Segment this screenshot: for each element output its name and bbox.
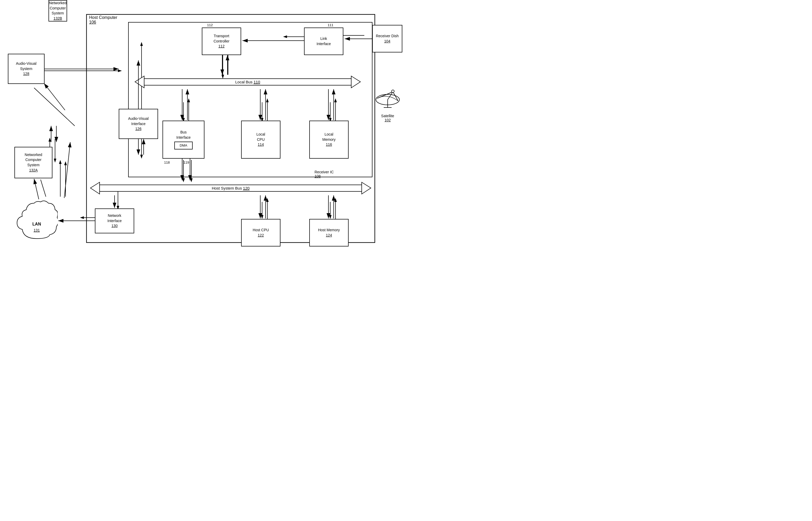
local-cpu-box: LocalCPU 114 (241, 121, 280, 159)
svg-marker-54 (118, 69, 122, 72)
dma-box: DMA (174, 142, 193, 150)
local-memory-box: LocalMemory 116 (309, 121, 349, 159)
link-interface-box: LinkInterface (304, 27, 343, 55)
host-memory-box: Host Memory 124 (309, 219, 349, 247)
svg-line-99 (34, 179, 39, 199)
li-num-label: 111 (328, 23, 333, 27)
audio-visual-system-box: Audio-VisualSystem 128 (8, 54, 45, 84)
svg-marker-15 (187, 98, 190, 102)
receiver-dish-box: Receiver Dish 104 (372, 25, 402, 52)
svg-marker-63 (362, 182, 371, 194)
svg-marker-39 (140, 155, 143, 159)
host-computer-label: Host Computer 106 (89, 15, 117, 25)
tc-num-label: 112 (207, 23, 213, 27)
bus-interface-num: 118 (164, 160, 170, 164)
svg-marker-51 (54, 159, 56, 163)
svg-text:Local Bus 110: Local Bus 110 (235, 80, 260, 84)
networked-computer-132a-box: NetworkedComputerSystem 132A (15, 147, 52, 178)
svg-marker-33 (329, 215, 331, 219)
transport-controller-box: TransportController 112 (202, 27, 241, 55)
host-cpu-box: Host CPU 122 (241, 219, 280, 247)
svg-marker-7 (283, 36, 287, 38)
svg-line-52 (34, 88, 75, 126)
svg-text:Host System Bus 120: Host System Bus 120 (212, 186, 250, 190)
svg-line-46 (41, 180, 46, 197)
svg-marker-62 (90, 182, 100, 194)
diagram: Host Computer 106 Receiver IC 108 Receiv… (0, 0, 406, 260)
svg-marker-56 (64, 161, 67, 165)
svg-marker-31 (266, 198, 269, 202)
svg-marker-45 (59, 160, 62, 164)
svg-marker-19 (266, 98, 269, 102)
svg-marker-29 (261, 215, 263, 219)
svg-marker-59 (351, 76, 361, 88)
svg-marker-23 (334, 98, 337, 102)
bus-interface-box: BusInterface DMA (163, 121, 205, 159)
svg-marker-35 (334, 198, 337, 202)
local-bus-container: Local Bus 110 (134, 75, 362, 89)
satellite-illustration: Satellite 102 (372, 81, 403, 113)
network-interface-box: NetworkInterface 130 (95, 208, 134, 233)
receiver-ic-label: Receiver IC 108 (315, 170, 334, 178)
lan-cloud: LAN 131 (16, 198, 58, 243)
svg-marker-41 (80, 216, 84, 219)
networked-computer-132b-box: NetworkedComputerSystem 132B (48, 0, 67, 22)
svg-text:131: 131 (33, 228, 40, 232)
svg-point-71 (392, 90, 394, 93)
svg-marker-58 (135, 76, 144, 88)
svg-marker-49 (48, 138, 51, 142)
svg-line-98 (64, 142, 70, 198)
svg-text:LAN: LAN (32, 222, 41, 226)
host-system-bus-container: Host System Bus 120 (89, 181, 372, 195)
svg-line-102 (44, 83, 65, 110)
svg-marker-37 (140, 42, 143, 46)
audio-visual-interface-box: Audio-VisualInterface 126 (119, 109, 158, 139)
num-119: 119 (184, 160, 189, 164)
